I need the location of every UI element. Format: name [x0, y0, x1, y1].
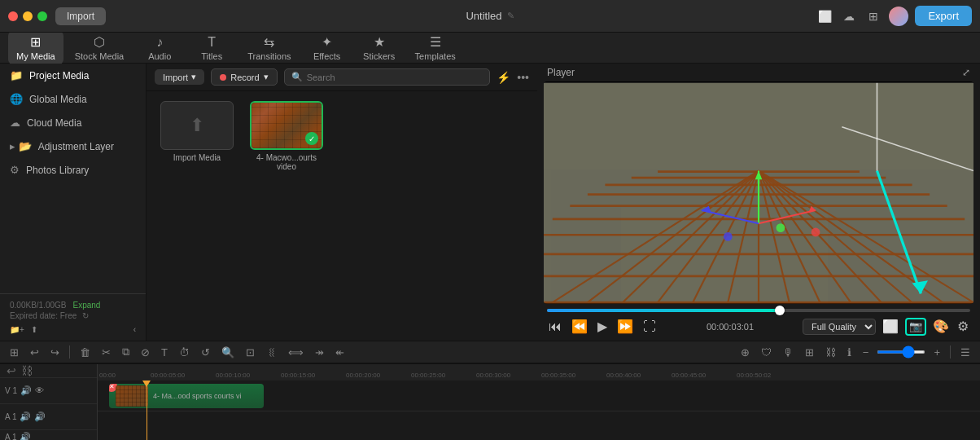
loop-button[interactable]: ↺ [198, 345, 213, 360]
sidebar-item-photos-library[interactable]: ⚙ Photos Library [0, 158, 146, 182]
copy-button[interactable]: ⧉ [119, 344, 133, 360]
view-button[interactable]: ☰ [957, 345, 973, 360]
playhead[interactable] [147, 381, 147, 440]
track-a1-speaker-icon[interactable]: 🔊 [20, 411, 31, 422]
tab-effects[interactable]: ✦ Effects [303, 31, 352, 64]
tab-stickers-label: Stickers [363, 51, 395, 61]
sidebar-item-adjustment-layer[interactable]: ▸ 📂 Adjustment Layer [0, 134, 146, 158]
shrink-button[interactable]: ⟺ [285, 345, 307, 360]
tab-titles[interactable]: T Titles [187, 32, 236, 64]
record-button[interactable]: Record ▾ [211, 68, 277, 86]
delete-button[interactable]: 🗑 [77, 345, 94, 360]
cloud-upload-icon[interactable]: ☁ [840, 7, 858, 25]
content-toolbar: Import ▾ Record ▾ 🔍 ⚡ ••• [147, 64, 537, 91]
tab-stock-media[interactable]: ⬡ Stock Media [67, 31, 133, 64]
arrow-icon[interactable]: ‹ [133, 325, 136, 334]
user-avatar[interactable] [889, 7, 908, 26]
grid-icon[interactable]: ⊞ [864, 7, 882, 25]
mic-button[interactable]: 🎙 [780, 345, 797, 360]
split-button[interactable]: ⧛ [263, 345, 280, 360]
track-a1-label: A 1 🔊 🔊 [0, 404, 97, 430]
list-item[interactable]: ✓ 4- Macwo...ourts video [246, 101, 327, 171]
player-controls: ⏮ ⏪ ▶ ⏩ ⛶ 00:00:03:01 Full Quality 1/2 1… [537, 304, 980, 341]
clip-label: 4- Ma...ood sports courts vi [153, 392, 242, 400]
screenshot-button[interactable]: 📷 [905, 318, 926, 336]
time-button[interactable]: ⏱ [176, 345, 193, 360]
minus-button[interactable]: − [860, 345, 873, 360]
progress-bar[interactable] [547, 309, 970, 312]
track-a1-speaker2-icon[interactable]: 🔊 [34, 411, 46, 422]
tab-transitions[interactable]: ⇆ Transitions [239, 31, 299, 64]
zoom-slider[interactable] [877, 350, 925, 354]
crop-button[interactable]: ⊡ [243, 345, 258, 360]
add-folder-icon[interactable]: 📁+ [10, 325, 24, 334]
auto-button[interactable]: ⊕ [737, 345, 753, 360]
tab-my-media[interactable]: ⊞ My Media [8, 31, 63, 64]
progress-thumb[interactable] [775, 306, 785, 315]
ruler-label: ↩ ⛓ [0, 364, 97, 378]
sidebar-item-global-media[interactable]: 🌐 Global Media [0, 87, 146, 111]
backward-button[interactable]: ↞ [332, 345, 348, 360]
info-button[interactable]: ℹ [844, 345, 855, 360]
export-button[interactable]: Export [915, 6, 972, 26]
fullscreen-player-button[interactable]: ⛶ [641, 318, 658, 336]
cloud-icon: ☁ [10, 117, 20, 129]
monitor-icon[interactable]: ⬜ [816, 7, 833, 25]
video-clip[interactable]: ✕ 4- Ma...ood sports courts vi [109, 384, 264, 408]
redo-button[interactable]: ↪ [47, 345, 63, 360]
chevron-down-icon: ▾ [191, 72, 196, 82]
frame-back-button[interactable]: ⏪ [570, 317, 589, 336]
monitor-player-icon[interactable]: ⬜ [881, 317, 900, 336]
add-track-icon[interactable]: ↩ [7, 364, 16, 377]
separator-1 [69, 345, 70, 359]
filter-icon[interactable]: ⚡ [497, 71, 510, 84]
track-v1-speaker-icon[interactable]: 🔊 [20, 385, 32, 396]
tab-audio[interactable]: ♪ Audio [135, 32, 184, 64]
expand-link[interactable]: Expand [73, 301, 101, 310]
traffic-lights [8, 11, 47, 21]
track-v1-eye-icon[interactable]: 👁 [35, 385, 44, 395]
tab-effects-label: Effects [313, 51, 340, 61]
zoom-out-button[interactable]: 🔍 [218, 345, 238, 360]
link-icon[interactable]: ⛓ [21, 364, 33, 377]
settings-player-icon[interactable]: ⚙ [956, 317, 970, 336]
close-button[interactable] [8, 11, 18, 21]
selected-badge: ✓ [305, 132, 318, 145]
skip-back-button[interactable]: ⏮ [547, 318, 563, 336]
import-small-icon[interactable]: ⬆ [31, 325, 37, 334]
edit-icon: ✎ [507, 11, 514, 21]
more-icon[interactable]: ••• [517, 71, 529, 84]
import-dropdown-button[interactable]: Import ▾ [155, 69, 204, 85]
minimize-button[interactable] [23, 11, 33, 21]
search-input[interactable] [307, 73, 483, 82]
stock-media-icon: ⬡ [94, 34, 105, 50]
cut-button[interactable]: ✂ [98, 345, 114, 360]
snap-button[interactable]: ⊞ [7, 345, 22, 360]
undo-button[interactable]: ↩ [27, 345, 42, 360]
quality-select[interactable]: Full Quality 1/2 1/4 [803, 319, 876, 335]
refresh-icon[interactable]: ↻ [82, 311, 89, 320]
expand-player-icon[interactable]: ⤢ [962, 67, 970, 78]
svg-point-36 [812, 228, 820, 237]
caption-button[interactable]: ⊞ [802, 345, 817, 360]
plus-button[interactable]: + [930, 345, 943, 360]
tab-stickers[interactable]: ★ Stickers [355, 31, 404, 64]
disable-button[interactable]: ⊘ [138, 345, 153, 360]
player-video [544, 81, 973, 304]
sidebar-item-cloud-media[interactable]: ☁ Cloud Media [0, 111, 146, 134]
fullscreen-button[interactable] [37, 11, 47, 21]
track-a1b-speaker-icon[interactable]: 🔊 [20, 432, 31, 440]
import-button[interactable]: Import [55, 7, 106, 25]
color-icon[interactable]: 🎨 [931, 317, 951, 336]
forward-button[interactable]: ↠ [312, 345, 327, 360]
play-button[interactable]: ▶ [596, 317, 609, 336]
text-button[interactable]: T [158, 345, 171, 360]
playback-controls: ⏮ ⏪ ▶ ⏩ ⛶ [547, 317, 658, 336]
link-button[interactable]: ⛓ [822, 345, 839, 360]
expired-label: Expired date: Free [10, 311, 77, 320]
frame-forward-button[interactable]: ⏩ [615, 317, 635, 336]
list-item[interactable]: ⬆ Import Media [156, 101, 238, 171]
sidebar-item-project-media[interactable]: 📁 Project Media [0, 64, 146, 87]
tab-templates[interactable]: ☰ Templates [407, 31, 464, 64]
shield-button[interactable]: 🛡 [758, 345, 775, 360]
